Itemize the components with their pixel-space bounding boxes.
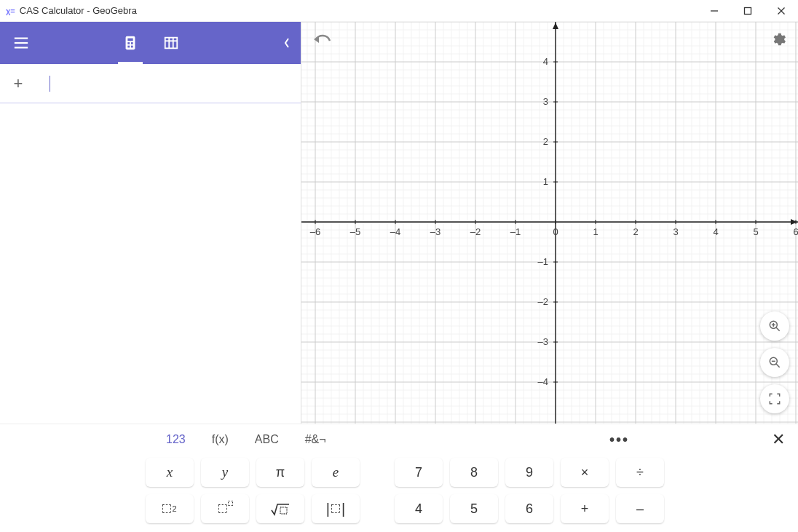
svg-text:–6: –6 bbox=[310, 226, 320, 237]
graph-panel[interactable]: –6–5–4–3–2–101234564321–1–2–3–4 bbox=[301, 22, 798, 424]
key-power[interactable] bbox=[201, 494, 249, 523]
svg-rect-11 bbox=[127, 46, 130, 48]
key-4[interactable]: 4 bbox=[395, 494, 443, 523]
zoom-out-button[interactable] bbox=[760, 348, 789, 377]
titlebar: χ= CAS Calculator - GeoGebra bbox=[0, 0, 798, 22]
key-plus[interactable]: + bbox=[561, 494, 609, 523]
svg-rect-8 bbox=[127, 39, 133, 41]
svg-text:–1: –1 bbox=[510, 226, 521, 237]
svg-text:–4: –4 bbox=[538, 376, 548, 387]
svg-text:3: 3 bbox=[543, 96, 548, 107]
svg-text:–2: –2 bbox=[470, 226, 481, 237]
svg-text:1: 1 bbox=[543, 176, 548, 187]
app-icon: χ= bbox=[6, 7, 15, 15]
key-6[interactable]: 6 bbox=[505, 494, 553, 523]
svg-text:5: 5 bbox=[753, 226, 758, 237]
virtual-keyboard: 123 f(x) ABC #&¬ ••• ✕ x y π e 7 8 9 × ÷… bbox=[0, 424, 798, 532]
key-8[interactable]: 8 bbox=[450, 458, 498, 487]
svg-text:2: 2 bbox=[543, 136, 548, 147]
minimize-button[interactable] bbox=[698, 0, 731, 22]
algebra-view-tab[interactable] bbox=[122, 22, 138, 64]
cas-input-row[interactable]: + bbox=[0, 64, 301, 103]
kb-tab-abc[interactable]: ABC bbox=[249, 430, 285, 449]
maximize-button[interactable] bbox=[731, 0, 765, 22]
key-7[interactable]: 7 bbox=[395, 458, 443, 487]
window-title: CAS Calculator - GeoGebra bbox=[20, 5, 137, 16]
cas-panel: + bbox=[0, 22, 301, 424]
svg-rect-12 bbox=[130, 46, 133, 48]
settings-button[interactable] bbox=[770, 31, 786, 50]
svg-text:–1: –1 bbox=[538, 256, 548, 267]
svg-rect-10 bbox=[130, 42, 133, 44]
svg-marker-17 bbox=[314, 36, 319, 43]
key-minus[interactable]: – bbox=[616, 494, 664, 523]
key-e[interactable]: e bbox=[312, 458, 360, 487]
kb-tab-123[interactable]: 123 bbox=[160, 430, 191, 449]
svg-text:3: 3 bbox=[673, 226, 678, 237]
kb-tab-fx[interactable]: f(x) bbox=[206, 430, 234, 449]
svg-text:–3: –3 bbox=[538, 336, 548, 347]
collapse-panel-button[interactable] bbox=[283, 22, 291, 64]
key-divide[interactable]: ÷ bbox=[616, 458, 664, 487]
svg-text:–4: –4 bbox=[390, 226, 400, 237]
app-toolbar bbox=[0, 22, 301, 64]
svg-rect-9 bbox=[127, 42, 130, 44]
kb-tab-sym[interactable]: #&¬ bbox=[299, 430, 332, 449]
key-multiply[interactable]: × bbox=[561, 458, 609, 487]
input-caret bbox=[50, 76, 50, 92]
svg-text:6: 6 bbox=[793, 226, 798, 237]
fullscreen-button[interactable] bbox=[760, 384, 789, 413]
svg-rect-208 bbox=[280, 507, 287, 514]
svg-text:–5: –5 bbox=[350, 226, 360, 237]
kb-close-button[interactable]: ✕ bbox=[766, 430, 791, 449]
key-square[interactable]: 2 bbox=[146, 494, 194, 523]
svg-text:4: 4 bbox=[713, 226, 718, 237]
key-y[interactable]: y bbox=[201, 458, 249, 487]
svg-rect-1 bbox=[745, 7, 751, 14]
key-5[interactable]: 5 bbox=[450, 494, 498, 523]
svg-text:2: 2 bbox=[633, 226, 638, 237]
svg-line-206 bbox=[776, 364, 780, 368]
graph-canvas[interactable]: –6–5–4–3–2–101234564321–1–2–3–4 bbox=[301, 22, 798, 424]
svg-rect-13 bbox=[165, 38, 177, 49]
table-view-tab[interactable] bbox=[163, 22, 179, 64]
svg-marker-157 bbox=[791, 219, 797, 225]
svg-text:1: 1 bbox=[593, 226, 598, 237]
zoom-in-button[interactable] bbox=[760, 311, 789, 341]
key-pi[interactable]: π bbox=[256, 458, 304, 487]
undo-button[interactable] bbox=[313, 32, 332, 49]
key-x[interactable]: x bbox=[146, 458, 194, 487]
key-abs[interactable]: || bbox=[312, 494, 360, 523]
svg-text:–3: –3 bbox=[430, 226, 441, 237]
kb-more-button[interactable]: ••• bbox=[604, 432, 635, 448]
window-controls bbox=[698, 0, 798, 22]
key-9[interactable]: 9 bbox=[505, 458, 553, 487]
close-window-button[interactable] bbox=[765, 0, 798, 22]
svg-text:–2: –2 bbox=[538, 296, 548, 307]
svg-line-202 bbox=[776, 327, 780, 331]
svg-text:0: 0 bbox=[553, 226, 558, 237]
menu-button[interactable] bbox=[0, 22, 42, 64]
key-sqrt[interactable] bbox=[256, 494, 304, 523]
add-expression-button[interactable]: + bbox=[0, 64, 36, 103]
